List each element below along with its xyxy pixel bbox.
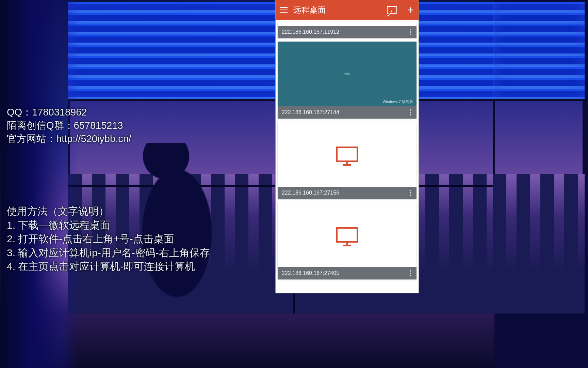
cast-screen-icon[interactable] — [387, 6, 397, 14]
qq-value: 1780318962 — [32, 107, 87, 118]
preview-welcome-text: 欢迎 — [344, 72, 350, 76]
connection-menu-icon[interactable] — [408, 108, 412, 117]
connection-menu-icon[interactable] — [408, 188, 412, 197]
connection-bar: 222.186.160.167:27156 — [278, 187, 416, 199]
phone-screenshot: 远程桌面 + 222.186.160.157:11912 欢迎 Windows … — [276, 0, 419, 293]
contact-info-block: QQ：1780318962 陌离创信Q群：657815213 官方网站：http… — [7, 106, 131, 145]
step-2: 2. 打开软件-点击右上角+号-点击桌面 — [7, 232, 210, 246]
connection-card[interactable]: 222.186.160.167:27405 — [278, 202, 416, 279]
qq-label: QQ： — [7, 107, 32, 118]
connection-card[interactable]: 欢迎 Windows 7 旗舰版 222.186.160.167:27144 — [278, 42, 416, 119]
connection-preview — [278, 22, 416, 26]
right-strip-decor — [493, 0, 588, 368]
connection-bar: 222.186.160.167:27405 — [278, 267, 416, 279]
site-url: http://520iybb.cn/ — [56, 133, 131, 144]
hamburger-menu-icon[interactable] — [278, 4, 289, 15]
monitor-icon — [336, 147, 358, 162]
app-bar: 远程桌面 + — [276, 0, 419, 20]
step-4: 4. 在主页点击对应计算机-即可连接计算机 — [7, 260, 210, 274]
connection-menu-icon[interactable] — [408, 269, 412, 278]
connection-address: 222.186.160.167:27156 — [282, 190, 408, 196]
monitor-icon — [336, 227, 358, 243]
step-3: 3. 输入对应计算机ip-用户名-密码-右上角保存 — [7, 246, 210, 260]
connection-list: 222.186.160.157:11912 欢迎 Windows 7 旗舰版 2… — [276, 20, 419, 293]
add-connection-icon[interactable]: + — [405, 4, 416, 15]
connection-card[interactable]: 222.186.160.167:27156 — [278, 122, 416, 199]
connection-preview-live: 欢迎 Windows 7 旗舰版 — [278, 42, 416, 106]
step-1: 1. 下载—微软远程桌面 — [7, 218, 210, 232]
connection-preview-placeholder — [278, 122, 416, 187]
group-label: 陌离创信Q群： — [7, 120, 74, 131]
steps-heading: 使用方法（文字说明） — [7, 204, 210, 218]
curtain-left-decor — [0, 0, 78, 368]
windows7-caption: Windows 7 旗舰版 — [382, 99, 413, 104]
connection-preview-placeholder — [278, 202, 416, 267]
connection-address: 222.186.160.167:27144 — [282, 109, 408, 116]
connection-address: 222.186.160.167:27405 — [282, 270, 408, 276]
group-value: 657815213 — [74, 120, 123, 131]
connection-bar: 222.186.160.157:11912 — [278, 26, 416, 38]
app-title: 远程桌面 — [293, 5, 387, 15]
usage-steps-block: 使用方法（文字说明） 1. 下载—微软远程桌面 2. 打开软件-点击右上角+号-… — [7, 204, 210, 274]
connection-card[interactable]: 222.186.160.157:11912 — [278, 22, 416, 38]
connection-bar: 222.186.160.167:27144 — [278, 106, 416, 119]
connection-menu-icon[interactable] — [408, 28, 412, 36]
site-label: 官方网站： — [7, 133, 56, 144]
connection-address: 222.186.160.157:11912 — [282, 29, 408, 35]
